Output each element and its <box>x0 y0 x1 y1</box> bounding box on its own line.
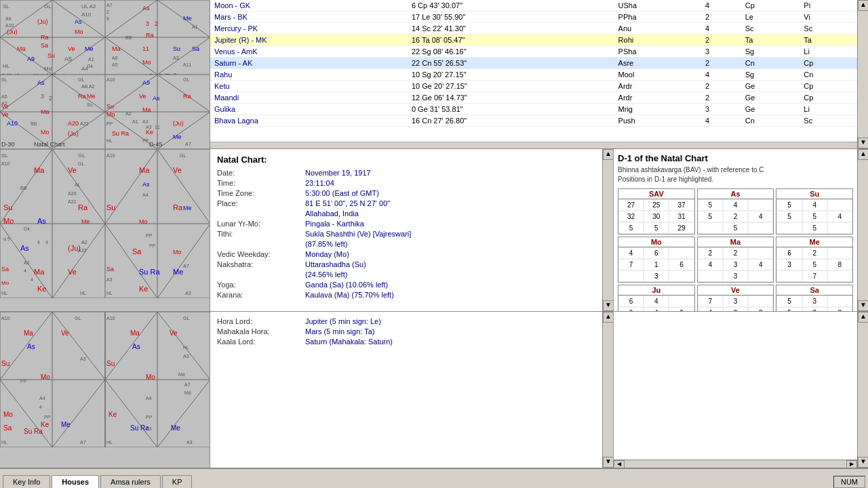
svg-text:A7: A7 <box>183 264 189 268</box>
bav-num-cell: 32 <box>618 211 644 222</box>
svg-text:Me: Me <box>81 218 90 225</box>
planet-table-row: Gulika0 Ge 31' 53.81"Mrig3GeLi <box>210 104 857 115</box>
svg-text:Su: Su <box>106 103 114 110</box>
info-label: Yoga: <box>217 281 305 289</box>
svg-text:Su: Su <box>106 360 115 367</box>
svg-text:HL: HL <box>1 440 7 445</box>
bav-cells-grid: SAV2725373230315529As545245Su545545Mo467… <box>618 188 853 311</box>
svg-text:A3: A3 <box>146 426 152 431</box>
svg-text:A2: A2 <box>1 101 7 106</box>
vscroll-bav-down[interactable]: ▼ <box>858 300 868 311</box>
natal-info-bot[interactable]: Hora Lord:Jupiter (5 min sign: Le)Mahaka… <box>210 312 602 468</box>
svg-text:A5: A5 <box>64 56 72 62</box>
vscroll-mid-down[interactable]: ▼ <box>603 300 614 311</box>
vscroll-bot-up[interactable]: ▲ <box>603 312 614 323</box>
vscroll-bav-bot[interactable]: ▲ ▼ <box>857 312 868 468</box>
vscroll-bav-up[interactable]: ▲ <box>858 149 868 160</box>
info-row: Karana:Kaulava (Ma) (75.70% left) <box>217 291 595 299</box>
info-value: November 19, 1917 <box>305 169 371 177</box>
svg-text:A10: A10 <box>1 316 10 321</box>
vscroll-bav-bot-up[interactable]: ▲ <box>858 312 868 323</box>
planet-table-scroll[interactable]: Moon - GK6 Cp 43' 30.07"USha4CpPiMars - … <box>210 0 857 142</box>
svg-text:BB: BB <box>20 186 27 190</box>
bav-box: Ve734235 <box>697 285 774 311</box>
natal-info-rows: Date:November 19, 1917Time:23:11:04Time … <box>217 169 595 299</box>
bav-box: Ju646465 <box>618 285 695 311</box>
tab-kp[interactable]: KP <box>162 475 193 488</box>
svg-text:(Ju): (Ju) <box>37 18 48 25</box>
svg-text:GL: GL <box>180 153 186 158</box>
bav-num-cell: 5 <box>723 222 748 234</box>
svg-text:Mo: Mo <box>139 218 148 225</box>
vscroll-bav-bot-down[interactable]: ▼ <box>858 457 868 468</box>
bav-num-cell: 3 <box>723 296 748 307</box>
svg-text:GL: GL <box>75 316 81 321</box>
svg-text:AB A2: AB A2 <box>81 84 95 89</box>
info-row-bot: Mahakala Hora:Mars (5 min sign: Ta) <box>217 327 595 336</box>
info-row: Time:23:11:04 <box>217 179 595 187</box>
svg-text:4: 4 <box>24 268 26 273</box>
vscroll-bot-track <box>603 323 613 457</box>
bav-num-cell <box>827 199 852 211</box>
tab-houses[interactable]: Houses <box>52 475 99 488</box>
svg-text:Sa: Sa <box>192 45 199 52</box>
vscroll-mid-up[interactable]: ▲ <box>603 149 614 160</box>
bav-num-cell: 5 <box>776 296 802 307</box>
vscroll-track <box>858 11 868 138</box>
info-value-bot: Jupiter (5 min sign: Le) <box>305 317 381 325</box>
svg-text:GL: GL <box>78 161 84 166</box>
svg-text:Md: Md <box>44 66 52 72</box>
svg-text:Gk: Gk <box>24 226 30 231</box>
svg-text:BB: BB <box>31 121 37 126</box>
hscroll-bav[interactable]: ◀ ▶ <box>614 460 857 468</box>
hscroll-top[interactable] <box>210 142 857 148</box>
svg-text:A3: A3 <box>186 440 193 445</box>
middle-row: SL GL A10 GL Ma Ve Su Mo As Ra Me Ma Ve … <box>0 149 868 312</box>
svg-text:As: As <box>153 95 160 102</box>
svg-text:9: 9 <box>106 16 109 21</box>
svg-text:Gk: Gk <box>87 64 93 68</box>
svg-text:PP: PP <box>146 415 153 420</box>
planet-table-row: Saturn - AK22 Cn 55' 26.53"Asre2CnCp <box>210 58 857 69</box>
svg-text:Md: Md <box>178 372 185 377</box>
bav-box: Me623587 <box>776 237 853 283</box>
bav-box-header: Me <box>776 237 852 247</box>
svg-text:3: 3 <box>146 20 149 27</box>
info-label <box>217 209 305 218</box>
svg-text:GL: GL <box>78 77 84 82</box>
vscroll-mid[interactable]: ▲ ▼ <box>602 149 613 311</box>
app-window: SL SL UL A2 A10 HL A4 GL Md (Ju) <box>0 0 868 488</box>
vscroll-bav[interactable]: ▲ ▼ <box>857 149 868 311</box>
svg-text:A2: A2 <box>81 240 87 245</box>
svg-text:Su Ra: Su Ra <box>24 428 43 435</box>
bav-inner-grid: 467163 <box>618 247 694 282</box>
vscroll-bot[interactable]: ▲ ▼ <box>602 312 613 468</box>
bav-num-cell: 37 <box>669 199 694 211</box>
tab-amsa-rulers[interactable]: Amsa rulers <box>100 475 161 488</box>
svg-text:11: 11 <box>155 125 160 129</box>
bav-num-cell: 4 <box>802 199 827 211</box>
vscroll-up-btn[interactable]: ▲ <box>858 0 868 11</box>
hscroll-right-btn[interactable]: ▶ <box>846 460 857 468</box>
svg-text:A3: A3 <box>106 277 113 282</box>
bav-inner-grid: 2725373230315529 <box>618 199 694 234</box>
svg-text:A9: A9 <box>27 56 35 62</box>
svg-text:2: 2 <box>155 20 158 27</box>
bav-num-cell: 2 <box>802 247 827 259</box>
svg-text:Su Ra: Su Ra <box>139 268 160 276</box>
chart-bot-svg: A10 GL Ma Ve As Mo Su Mo Sa Ke Su Ra Me … <box>0 312 210 447</box>
tab-key-info[interactable]: Key Info <box>3 475 50 488</box>
svg-text:A10: A10 <box>1 161 10 166</box>
svg-text:A3: A3 <box>146 125 152 129</box>
vscroll-top[interactable]: ▲ ▼ <box>857 0 868 148</box>
svg-text:Mo: Mo <box>3 217 14 225</box>
vscroll-down-btn[interactable]: ▼ <box>858 138 868 148</box>
svg-text:A7: A7 <box>184 382 191 387</box>
svg-text:A2: A2 <box>125 111 132 116</box>
vscroll-bot-down[interactable]: ▼ <box>603 457 614 468</box>
info-label: Time: <box>217 179 305 187</box>
svg-text:Ve: Ve <box>68 268 77 276</box>
svg-text:A5: A5 <box>112 62 118 67</box>
hscroll-left-btn[interactable]: ◀ <box>614 460 625 468</box>
svg-text:A10: A10 <box>81 12 92 18</box>
